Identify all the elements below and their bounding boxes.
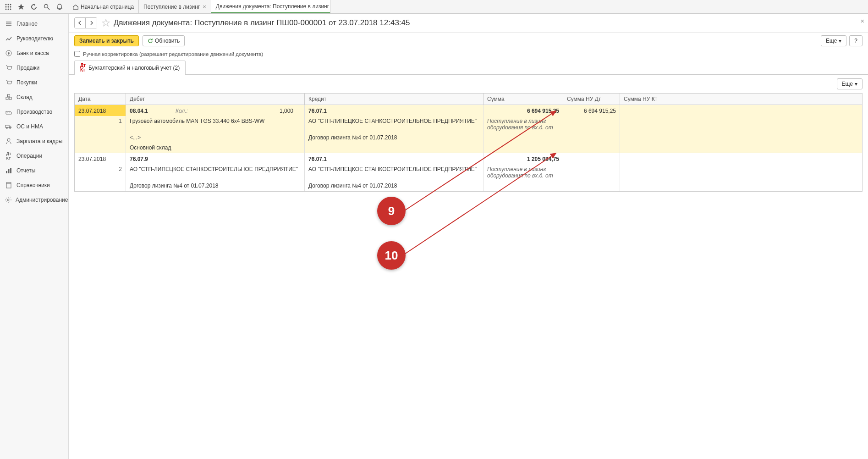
cell-debit-detail: АО "СТП-ЛИПЕЦКОЕ СТАНКОСТРОИТЕЛЬНОЕ ПРЕД…: [126, 164, 305, 181]
cell-credit-detail: АО "СТП-ЛИПЕЦКОЕ СТАНКОСТРОИТЕЛЬНОЕ ПРЕД…: [305, 116, 483, 133]
cart-icon: [5, 78, 13, 87]
svg-point-23: [7, 199, 9, 201]
menu-icon: [5, 20, 13, 28]
sidebar-item-payroll[interactable]: Зарплата и кадры: [0, 134, 68, 149]
svg-point-8: [10, 8, 11, 10]
system-toolbar: Начальная страница Поступление в лизинг …: [0, 0, 868, 14]
back-button[interactable]: [75, 18, 86, 28]
svg-point-17: [10, 127, 11, 129]
history-icon[interactable]: [27, 0, 40, 13]
refresh-button[interactable]: Обновить: [143, 35, 185, 46]
table-row[interactable]: 23.07.2018 08.04.1 Кол.: 1,000 76.07.1 6…: [75, 105, 862, 153]
person-icon: [5, 137, 13, 145]
svg-point-4: [8, 6, 9, 7]
cell-seq: 1: [75, 116, 126, 133]
sidebar-item-label: Зарплата и кадры: [16, 138, 62, 144]
cell-debit-account: 76.07.9: [126, 153, 305, 164]
header-debit[interactable]: Дебет: [126, 94, 305, 105]
header-sum[interactable]: Сумма: [483, 94, 563, 105]
cell-sum: 6 694 915,25: [483, 105, 563, 116]
cell-seq: 2: [75, 164, 126, 181]
sidebar-item-admin[interactable]: Администрирование: [0, 193, 68, 207]
forward-button[interactable]: [86, 18, 97, 28]
annotation-badge: 10: [377, 241, 406, 270]
sidebar-item-bank[interactable]: ₽Банк и касса: [0, 46, 68, 61]
svg-point-3: [5, 6, 7, 7]
home-icon: [72, 4, 79, 10]
dtkt-icon: ДтКт: [5, 152, 13, 160]
help-button[interactable]: ?: [849, 35, 863, 46]
sidebar-item-assets[interactable]: ОС и НМА: [0, 119, 68, 134]
cell-credit-detail: Договор лизинга №4 от 01.07.2018: [305, 133, 483, 143]
manual-edit-checkbox[interactable]: [74, 51, 80, 57]
sidebar-item-operations[interactable]: ДтКтОперации: [0, 149, 68, 163]
header-nukt[interactable]: Сумма НУ Кт: [620, 94, 677, 105]
cell-debit-detail: Грузовой автомобиль MAN TGS 33.440 6x4 B…: [126, 116, 305, 133]
cell-nudt: 6 694 915,25: [563, 105, 620, 116]
sidebar-item-label: Операции: [16, 153, 42, 159]
apps-icon[interactable]: [2, 0, 15, 13]
sidebar-item-main[interactable]: Главное: [0, 17, 68, 31]
table-row[interactable]: 23.07.2018 76.07.9 76.07.1 1 205 084,75 …: [75, 153, 862, 191]
annotation-badge: 9: [377, 197, 406, 225]
svg-point-6: [5, 8, 7, 10]
sidebar-item-label: Администрирование: [16, 197, 68, 203]
chart-icon: [5, 34, 13, 43]
tab-accounting[interactable]: ДтКт Бухгалтерский и налоговый учет (2): [74, 61, 186, 75]
save-close-button[interactable]: Записать и закрыть: [74, 35, 139, 46]
header-date[interactable]: Дата: [75, 94, 126, 105]
qty-label: Кол.:: [176, 108, 203, 114]
main-content: Движения документа: Поступление в лизинг…: [69, 14, 868, 459]
bell-icon[interactable]: [53, 0, 66, 13]
document-tabs: ДтКт Бухгалтерский и налоговый учет (2): [69, 61, 868, 75]
sidebar-item-purchases[interactable]: Покупки: [0, 75, 68, 90]
more-button[interactable]: Еще ▾: [821, 35, 846, 46]
sidebar-item-production[interactable]: Производство: [0, 105, 68, 119]
table-header: Дата Дебет Кредит Сумма Сумма НУ Дт Сумм…: [75, 94, 862, 105]
title-bar: Движения документа: Поступление в лизинг…: [69, 14, 868, 33]
tab-label: Начальная страница: [81, 4, 134, 10]
svg-rect-12: [6, 97, 8, 100]
sidebar-item-label: ОС и НМА: [16, 123, 43, 130]
star-icon[interactable]: [15, 0, 27, 13]
sidebar-item-manager[interactable]: Руководителю: [0, 31, 68, 46]
sidebar-item-warehouse[interactable]: Склад: [0, 90, 68, 105]
cell-credit-account: 76.07.1: [305, 153, 483, 164]
tab-home[interactable]: Начальная страница: [68, 0, 139, 13]
tab-movements[interactable]: Движения документа: Поступление в лизинг…: [211, 0, 330, 13]
chevron-down-icon: ▾: [855, 81, 857, 87]
svg-point-16: [6, 127, 8, 129]
sidebar-item-label: Главное: [16, 21, 38, 27]
svg-point-2: [10, 4, 11, 5]
close-icon[interactable]: ×: [203, 3, 206, 10]
ruble-icon: ₽: [5, 49, 13, 57]
refresh-icon: [148, 38, 153, 44]
manual-edit-row: Ручная корректировка (разрешает редактир…: [69, 49, 868, 61]
header-nudt[interactable]: Сумма НУ Дт: [563, 94, 620, 105]
sidebar-item-reports[interactable]: Отчеты: [0, 163, 68, 178]
accounting-table: Дата Дебет Кредит Сумма Сумма НУ Дт Сумм…: [74, 93, 863, 192]
sidebar-item-label: Справочники: [16, 182, 50, 188]
cell-nukt: [620, 105, 677, 116]
gear-icon: [5, 196, 12, 204]
cell-debit-detail: Договор лизинга №4 от 01.07.2018: [126, 181, 305, 191]
action-bar: Записать и закрыть Обновить Еще ▾ ?: [69, 33, 868, 49]
svg-point-1: [8, 4, 9, 5]
header-credit[interactable]: Кредит: [305, 94, 483, 105]
dtkt-icon: ДтКт: [80, 63, 86, 72]
sidebar-item-catalogs[interactable]: Справочники: [0, 178, 68, 193]
truck-icon: [5, 122, 13, 131]
sidebar-item-sales[interactable]: Продажи: [0, 61, 68, 75]
tab-leasing[interactable]: Поступление в лизинг ×: [139, 0, 211, 13]
doc-tab-label: Бухгалтерский и налоговый учет (2): [88, 65, 180, 71]
favorite-icon[interactable]: [102, 19, 110, 27]
sidebar-item-label: Склад: [16, 94, 33, 100]
factory-icon: [5, 108, 13, 116]
cell-debit-account: 08.04.1: [130, 108, 176, 114]
close-page-icon[interactable]: ×: [861, 17, 864, 25]
search-icon[interactable]: [40, 0, 53, 13]
sidebar: Главное Руководителю ₽Банк и касса Прода…: [0, 14, 69, 459]
svg-rect-14: [8, 94, 10, 97]
table-more-button[interactable]: Еще ▾: [837, 78, 863, 89]
svg-rect-15: [5, 125, 9, 127]
